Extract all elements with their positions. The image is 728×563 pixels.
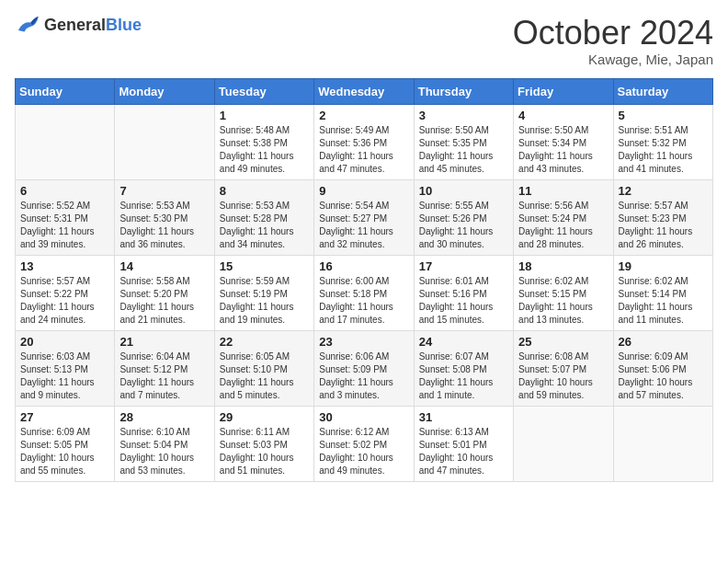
weekday-header-row: SundayMondayTuesdayWednesdayThursdayFrid… [16,78,713,104]
day-number: 9 [319,184,408,198]
logo-blue: Blue [106,16,142,34]
calendar-cell: 6Sunrise: 5:52 AMSunset: 5:31 PMDaylight… [16,179,115,255]
calendar-week-2: 6Sunrise: 5:52 AMSunset: 5:31 PMDaylight… [16,179,713,255]
title-block: October 2024 Kawage, Mie, Japan [513,15,713,67]
weekday-header-monday: Monday [115,78,214,104]
day-info: Sunrise: 6:11 AMSunset: 5:03 PMDaylight:… [220,426,309,477]
calendar-cell: 9Sunrise: 5:54 AMSunset: 5:27 PMDaylight… [314,179,414,255]
day-info: Sunrise: 5:54 AMSunset: 5:27 PMDaylight:… [319,200,408,251]
day-number: 26 [619,335,708,349]
day-info: Sunrise: 6:00 AMSunset: 5:18 PMDaylight:… [319,275,408,327]
day-info: Sunrise: 6:12 AMSunset: 5:02 PMDaylight:… [319,426,408,477]
day-info: Sunrise: 5:55 AMSunset: 5:26 PMDaylight:… [419,200,508,251]
day-number: 2 [319,109,408,122]
calendar-cell: 24Sunrise: 6:07 AMSunset: 5:08 PMDayligh… [414,330,513,406]
calendar-cell [16,104,115,179]
logo-text: GeneralBlue [44,16,142,35]
calendar-cell: 4Sunrise: 5:50 AMSunset: 5:34 PMDaylight… [514,104,613,179]
calendar-cell: 19Sunrise: 6:02 AMSunset: 5:14 PMDayligh… [613,255,712,330]
day-info: Sunrise: 5:53 AMSunset: 5:28 PMDaylight:… [220,200,309,251]
day-number: 13 [20,259,109,273]
calendar-cell: 16Sunrise: 6:00 AMSunset: 5:18 PMDayligh… [314,255,414,330]
day-info: Sunrise: 6:10 AMSunset: 5:04 PMDaylight:… [119,426,209,477]
calendar-cell: 2Sunrise: 5:49 AMSunset: 5:36 PMDaylight… [314,104,414,179]
calendar-cell: 3Sunrise: 5:50 AMSunset: 5:35 PMDaylight… [414,104,513,179]
calendar-cell: 15Sunrise: 5:59 AMSunset: 5:19 PMDayligh… [214,255,313,330]
day-info: Sunrise: 5:58 AMSunset: 5:20 PMDaylight:… [119,275,209,327]
calendar-cell: 14Sunrise: 5:58 AMSunset: 5:20 PMDayligh… [115,255,214,330]
calendar-cell: 20Sunrise: 6:03 AMSunset: 5:13 PMDayligh… [16,330,115,406]
day-number: 8 [220,184,309,198]
calendar-cell [613,406,712,481]
weekday-header-thursday: Thursday [414,78,513,104]
day-number: 19 [619,259,708,273]
day-info: Sunrise: 6:02 AMSunset: 5:14 PMDaylight:… [619,275,708,327]
calendar-cell: 26Sunrise: 6:09 AMSunset: 5:06 PMDayligh… [613,330,712,406]
day-info: Sunrise: 5:59 AMSunset: 5:19 PMDaylight:… [220,275,309,327]
weekday-header-friday: Friday [514,78,613,104]
calendar-week-1: 1Sunrise: 5:48 AMSunset: 5:38 PMDaylight… [16,104,713,179]
day-info: Sunrise: 6:13 AMSunset: 5:01 PMDaylight:… [419,426,508,477]
day-info: Sunrise: 6:03 AMSunset: 5:13 PMDaylight:… [20,350,109,402]
day-number: 23 [319,335,408,349]
day-info: Sunrise: 5:53 AMSunset: 5:30 PMDaylight:… [119,200,209,251]
day-number: 7 [119,184,209,198]
calendar-cell: 8Sunrise: 5:53 AMSunset: 5:28 PMDaylight… [214,179,313,255]
day-number: 16 [319,259,408,273]
calendar-cell: 23Sunrise: 6:06 AMSunset: 5:09 PMDayligh… [314,330,414,406]
day-number: 14 [119,259,209,273]
calendar-cell: 5Sunrise: 5:51 AMSunset: 5:32 PMDaylight… [613,104,712,179]
day-info: Sunrise: 5:48 AMSunset: 5:38 PMDaylight:… [220,124,309,176]
calendar-cell: 21Sunrise: 6:04 AMSunset: 5:12 PMDayligh… [115,330,214,406]
calendar-cell: 30Sunrise: 6:12 AMSunset: 5:02 PMDayligh… [314,406,414,481]
day-info: Sunrise: 5:51 AMSunset: 5:32 PMDaylight:… [619,124,708,176]
calendar-week-3: 13Sunrise: 5:57 AMSunset: 5:22 PMDayligh… [16,255,713,330]
day-number: 25 [518,335,608,349]
day-number: 11 [518,184,608,198]
calendar-cell: 17Sunrise: 6:01 AMSunset: 5:16 PMDayligh… [414,255,513,330]
day-info: Sunrise: 5:57 AMSunset: 5:23 PMDaylight:… [619,200,708,251]
day-number: 24 [419,335,508,349]
day-info: Sunrise: 6:07 AMSunset: 5:08 PMDaylight:… [419,350,508,402]
calendar-cell [514,406,613,481]
day-info: Sunrise: 6:02 AMSunset: 5:15 PMDaylight:… [518,275,608,327]
day-number: 6 [20,184,109,198]
day-info: Sunrise: 6:09 AMSunset: 5:06 PMDaylight:… [619,350,708,402]
day-number: 10 [419,184,508,198]
calendar-cell [115,104,214,179]
day-info: Sunrise: 5:49 AMSunset: 5:36 PMDaylight:… [319,124,408,176]
calendar-cell: 28Sunrise: 6:10 AMSunset: 5:04 PMDayligh… [115,406,214,481]
calendar-cell: 22Sunrise: 6:05 AMSunset: 5:10 PMDayligh… [214,330,313,406]
calendar-cell: 1Sunrise: 5:48 AMSunset: 5:38 PMDaylight… [214,104,313,179]
calendar-cell: 27Sunrise: 6:09 AMSunset: 5:05 PMDayligh… [16,406,115,481]
day-number: 5 [619,109,708,122]
weekday-header-tuesday: Tuesday [214,78,313,104]
day-number: 1 [220,109,309,122]
calendar-cell: 29Sunrise: 6:11 AMSunset: 5:03 PMDayligh… [214,406,313,481]
logo: GeneralBlue [15,15,142,35]
month-year-title: October 2024 [513,15,713,52]
day-number: 31 [419,410,508,424]
calendar-cell: 18Sunrise: 6:02 AMSunset: 5:15 PMDayligh… [514,255,613,330]
day-info: Sunrise: 5:52 AMSunset: 5:31 PMDaylight:… [20,200,109,251]
weekday-header-sunday: Sunday [16,78,115,104]
weekday-header-saturday: Saturday [613,78,712,104]
day-info: Sunrise: 6:04 AMSunset: 5:12 PMDaylight:… [119,350,209,402]
day-info: Sunrise: 5:57 AMSunset: 5:22 PMDaylight:… [20,275,109,327]
logo-icon [15,15,40,35]
day-info: Sunrise: 6:05 AMSunset: 5:10 PMDaylight:… [220,350,309,402]
calendar-cell: 11Sunrise: 5:56 AMSunset: 5:24 PMDayligh… [514,179,613,255]
day-info: Sunrise: 6:01 AMSunset: 5:16 PMDaylight:… [419,275,508,327]
day-number: 4 [518,109,608,122]
day-info: Sunrise: 5:50 AMSunset: 5:35 PMDaylight:… [419,124,508,176]
calendar-cell: 10Sunrise: 5:55 AMSunset: 5:26 PMDayligh… [414,179,513,255]
day-info: Sunrise: 5:56 AMSunset: 5:24 PMDaylight:… [518,200,608,251]
day-number: 18 [518,259,608,273]
page-header: GeneralBlue October 2024 Kawage, Mie, Ja… [15,15,713,67]
location-subtitle: Kawage, Mie, Japan [513,52,713,67]
calendar-cell: 12Sunrise: 5:57 AMSunset: 5:23 PMDayligh… [613,179,712,255]
weekday-header-wednesday: Wednesday [314,78,414,104]
day-number: 29 [220,410,309,424]
day-info: Sunrise: 6:06 AMSunset: 5:09 PMDaylight:… [319,350,408,402]
day-info: Sunrise: 6:09 AMSunset: 5:05 PMDaylight:… [20,426,109,477]
